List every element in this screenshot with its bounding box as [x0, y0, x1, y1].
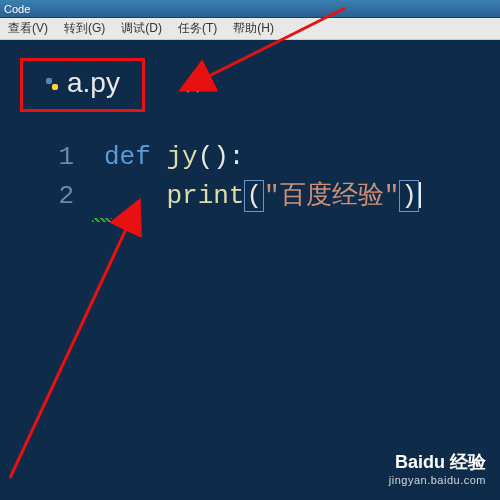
- tab-bar: a.py ✕: [0, 40, 500, 100]
- code-line: 1 def jy():: [26, 138, 500, 177]
- menu-goto[interactable]: 转到(G): [56, 20, 113, 37]
- titlebar: Code: [0, 0, 500, 18]
- menu-tasks[interactable]: 任务(T): [170, 20, 225, 37]
- text-cursor: [419, 182, 421, 208]
- line-number: 2: [26, 177, 74, 216]
- menu-debug[interactable]: 调试(D): [113, 20, 170, 37]
- python-file-icon: [45, 76, 59, 90]
- app-title: Code: [4, 3, 30, 15]
- menu-help[interactable]: 帮助(H): [225, 20, 282, 37]
- tab-active[interactable]: a.py ✕: [20, 58, 201, 112]
- svg-rect-1: [52, 84, 58, 90]
- menu-view[interactable]: 查看(V): [0, 20, 56, 37]
- code-content[interactable]: print("百度经验"): [104, 177, 421, 216]
- watermark: Baidu 经验 jingyan.baidu.com: [389, 450, 486, 486]
- close-icon[interactable]: ✕: [185, 70, 201, 100]
- squiggle-icon: [92, 218, 112, 222]
- line-number: 1: [26, 138, 74, 177]
- code-editor[interactable]: 1 def jy(): 2 print("百度经验"): [0, 100, 500, 216]
- menubar: 查看(V) 转到(G) 调试(D) 任务(T) 帮助(H): [0, 18, 500, 40]
- svg-line-3: [10, 225, 128, 478]
- tab-highlight: a.py: [20, 58, 145, 112]
- svg-rect-0: [46, 78, 52, 84]
- code-content[interactable]: def jy():: [104, 138, 244, 177]
- watermark-brand: Baidu 经验: [389, 450, 486, 474]
- watermark-url: jingyan.baidu.com: [389, 474, 486, 486]
- code-line: 2 print("百度经验"): [26, 177, 500, 216]
- tab-filename: a.py: [67, 67, 120, 99]
